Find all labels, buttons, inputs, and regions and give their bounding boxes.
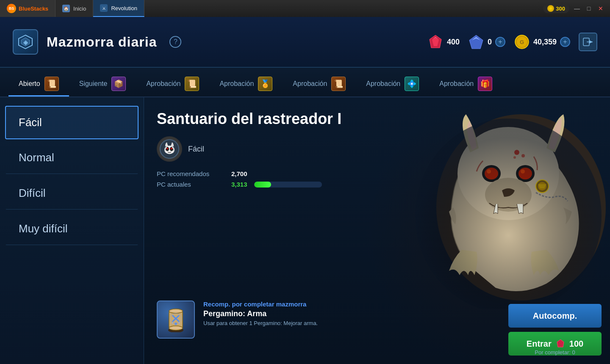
pc-recommended-value: 2,700 (231, 170, 247, 177)
bluestacks-label: BlueStacks (19, 6, 48, 12)
enter-gem-icon (556, 339, 565, 348)
tab-aprobacion-5[interactable]: Aprobación 🎁 (429, 72, 502, 97)
stats-area: PC recomendados 2,700 PC actuales 3,313 (157, 170, 597, 188)
difficulty-muy-dificil[interactable]: Muy difícil (5, 212, 139, 245)
tab-aprobacion-5-icon: 🎁 (478, 77, 492, 91)
reward-name: Pergamino: Arma (203, 309, 318, 318)
help-icon[interactable]: ? (169, 36, 181, 48)
tab-aprobacion-3-icon: 📜 (331, 77, 346, 91)
pc-current-value: 3,313 (231, 181, 247, 188)
dungeon-difficulty-label: Fácil (188, 145, 204, 154)
inicio-tab-label: Inicio (73, 6, 86, 12)
title-bar-left: BS BlueStacks 🏠 Inicio ⚔ Revolution (0, 0, 144, 17)
difficulty-facil[interactable]: Fácil (5, 106, 139, 139)
difficulty-dificil[interactable]: Difícil (5, 176, 139, 210)
svg-point-37 (169, 326, 183, 330)
pc-recommended-row: PC recomendados 2,700 (157, 170, 597, 177)
reward-text: Recomp. por completar mazmorra Pergamino… (203, 301, 318, 326)
tab-siguiente-label: Siguiente (79, 80, 108, 88)
maximize-button[interactable]: □ (585, 4, 593, 13)
difficulty-dificil-label: Difícil (19, 187, 46, 199)
main-content: Fácil Normal Difícil Muy difícil (0, 97, 610, 364)
tab-abierto-icon: 📜 (44, 77, 59, 91)
coin-display: 300 (543, 4, 569, 13)
revolution-tab[interactable]: ⚔ Revolution (93, 0, 144, 17)
header-logo: ◈ (13, 29, 38, 55)
svg-point-36 (169, 309, 183, 313)
diamond-resource: 0 + (468, 34, 505, 50)
coin-resource: G 40,359 + (514, 34, 570, 50)
page-title: Mazmorra diaria (47, 34, 157, 50)
pc-progress-bar (254, 182, 322, 188)
tab-aprobacion-4-icon: 💠 (405, 77, 419, 91)
tab-aprobacion-5-label: Aprobación (439, 80, 474, 88)
game-window: ◈ Mazmorra diaria ? 400 (0, 17, 610, 364)
svg-point-38 (175, 323, 177, 325)
diamond-icon (468, 34, 484, 50)
svg-point-33 (171, 148, 172, 149)
close-button[interactable]: ✕ (596, 4, 605, 13)
tab-aprobacion-3[interactable]: Aprobación 📜 (283, 72, 356, 97)
reward-icon (157, 301, 195, 339)
tab-aprobacion-1-label: Aprobación (146, 80, 180, 88)
reward-title: Recomp. por completar mazmorra (203, 301, 318, 308)
reward-section: Recomp. por completar mazmorra Pergamino… (157, 301, 466, 339)
tab-aprobacion-1[interactable]: Aprobación 📜 (136, 72, 209, 97)
difficulty-monster-icon (157, 136, 182, 162)
game-header: ◈ Mazmorra diaria ? 400 (0, 17, 610, 68)
difficulty-facil-label: Fácil (19, 116, 42, 129)
tab-aprobacion-2-icon: 🏅 (258, 77, 272, 91)
gem-value: 400 (447, 38, 460, 47)
difficulty-badge-area: Fácil (157, 136, 597, 162)
action-buttons: Autocomp. Entrar 100 Por completar: 0 (508, 304, 602, 356)
tab-aprobacion-4[interactable]: Aprobación 💠 (356, 72, 429, 97)
dungeon-title: Santuario del rastreador I (157, 110, 597, 128)
title-bar-right: 300 — □ ✕ (543, 4, 610, 13)
svg-marker-42 (557, 339, 564, 347)
difficulty-normal-label: Normal (19, 151, 54, 164)
tab-aprobacion-1-icon: 📜 (185, 77, 199, 91)
difficulty-muy-dificil-label: Muy difícil (19, 222, 68, 235)
difficulty-sidebar: Fácil Normal Difícil Muy difícil (0, 97, 144, 364)
tab-abierto[interactable]: Abierto 📜 (8, 72, 69, 97)
tab-abierto-label: Abierto (19, 80, 40, 88)
diamond-value: 0 (488, 38, 492, 47)
bluestacks-logo: BS (7, 4, 16, 13)
tabs-bar: Abierto 📜 Siguiente 📦 Aprobación 📜 Aprob… (0, 68, 610, 97)
tab-aprobacion-4-label: Aprobación (366, 80, 400, 88)
svg-text:G: G (520, 39, 524, 45)
bluestacks-tab[interactable]: BS BlueStacks (0, 0, 55, 17)
coin-value: 300 (556, 6, 565, 12)
tab-siguiente[interactable]: Siguiente 📦 (69, 72, 136, 97)
title-bar: BS BlueStacks 🏠 Inicio ⚔ Revolution 300 … (0, 0, 610, 17)
tab-siguiente-icon: 📦 (111, 77, 126, 91)
pc-recommended-label: PC recomendados (157, 170, 225, 177)
add-diamond-button[interactable]: + (495, 37, 505, 47)
pc-current-label: PC actuales (157, 181, 225, 188)
svg-point-32 (166, 148, 168, 149)
svg-rect-35 (169, 311, 183, 328)
tab-aprobacion-2-label: Aprobación (219, 80, 254, 88)
completion-text: Por completar: 0 (508, 349, 602, 356)
gem-resource: 400 (427, 34, 460, 50)
header-resources: 400 0 + G (427, 33, 597, 51)
gold-coin-icon: G (514, 34, 530, 50)
minimize-button[interactable]: — (573, 4, 581, 13)
revolution-tab-label: Revolution (111, 5, 137, 11)
coin-amount: 40,359 (533, 38, 557, 47)
coin-icon (547, 5, 554, 12)
difficulty-normal[interactable]: Normal (5, 141, 139, 174)
tab-aprobacion-3-label: Aprobación (293, 80, 327, 88)
inicio-tab-icon: 🏠 (62, 5, 70, 12)
pc-progress-fill (254, 182, 271, 188)
add-coin-button[interactable]: + (560, 37, 570, 47)
exit-button[interactable] (579, 33, 597, 51)
autocomp-button[interactable]: Autocomp. (508, 304, 602, 328)
dungeon-detail: Santuario del rastreador I (144, 97, 610, 364)
gem-icon (427, 34, 444, 50)
reward-desc: Usar para obtener 1 Pergamino: Mejorar a… (203, 320, 318, 326)
inicio-tab[interactable]: 🏠 Inicio (55, 0, 93, 17)
enter-label: Entrar (527, 339, 552, 349)
revolution-tab-icon: ⚔ (100, 4, 108, 12)
tab-aprobacion-2[interactable]: Aprobación 🏅 (209, 72, 283, 97)
